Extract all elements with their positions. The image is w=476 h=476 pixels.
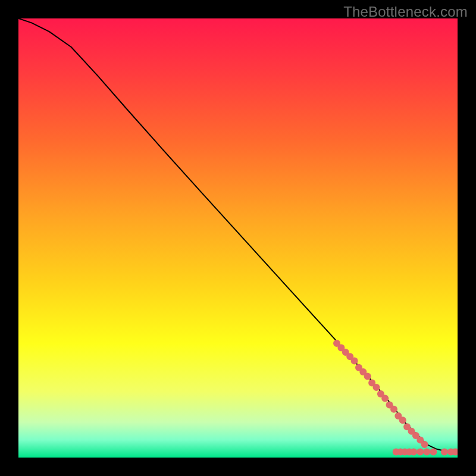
scatter-point: [381, 394, 389, 402]
chart-overlay: [18, 18, 458, 458]
scatter-point: [399, 416, 406, 424]
chart-frame: TheBottleneck.com: [0, 0, 476, 476]
scatter-point: [364, 373, 371, 380]
scatter-point: [410, 448, 417, 455]
scatter-point: [421, 441, 428, 448]
curve-path: [18, 18, 458, 452]
scatter-point: [423, 448, 430, 455]
scatter-point: [416, 448, 424, 455]
scatter-point: [441, 448, 448, 455]
watermark-text: TheBottleneck.com: [343, 4, 468, 20]
scatter-point: [390, 406, 397, 413]
scatter-point: [430, 448, 437, 455]
scatter-point: [373, 384, 380, 391]
scatter-point: [351, 358, 358, 365]
plot-area: [18, 18, 458, 458]
